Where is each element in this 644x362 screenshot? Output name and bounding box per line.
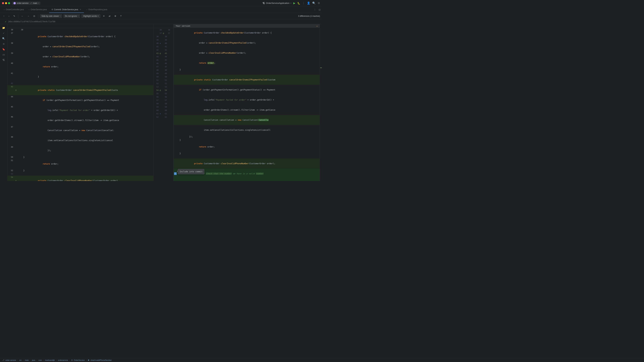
table-row: return order;	[174, 58, 320, 68]
cg-row-51: 5151	[154, 78, 173, 82]
checkbox-col-56	[174, 179, 177, 181]
viewer-label: Side-by-side viewer	[42, 15, 59, 17]
ln-46: 46	[8, 115, 14, 125]
toolbar-sep2	[38, 14, 38, 17]
cg-row-46: 4646	[154, 62, 173, 65]
cg-row-37: 37@37	[154, 31, 173, 35]
settings-icon[interactable]: ⚙	[318, 1, 320, 5]
close-button[interactable]	[2, 2, 4, 4]
highlight-words-button[interactable]: Highlight words ▾	[82, 14, 100, 18]
cg-row-62: 6262	[154, 115, 173, 119]
merge-tool-button[interactable]: ⇄	[108, 14, 112, 18]
cg-row-38: 3838	[154, 35, 173, 38]
viewer-selector[interactable]: Side-by-side viewer ▾	[40, 14, 62, 18]
run-icon[interactable]: ▶	[293, 1, 295, 5]
gi-54: @	[14, 176, 18, 181]
ln-40: 40	[8, 62, 14, 72]
gi-44	[14, 95, 18, 105]
rlc-53	[174, 155, 320, 159]
table-row: 49 });	[8, 146, 153, 156]
rlc-42	[174, 71, 320, 75]
help-button[interactable]: ?	[119, 14, 123, 18]
tab-close-Commit[interactable]: ✕	[79, 8, 82, 11]
maximize-button[interactable]	[8, 2, 10, 4]
left-diff-pane[interactable]: 30 30 37 private CustomerOrder checkAndU…	[8, 24, 153, 181]
sidebar-icon-vcs[interactable]: ✓	[1, 31, 6, 35]
rlc-46: order.getOrderItems().stream().filter(it…	[174, 105, 320, 115]
right-diff-pane[interactable]: Your version ⚠ private CustomerOrder che…	[174, 24, 320, 181]
cg-row-57: 5757	[154, 99, 173, 102]
diff-sidebar-toggle[interactable]: ⊡	[317, 6, 322, 13]
table-row: 44 if (order.getPaymentInformation().get…	[8, 95, 153, 105]
annotate-button[interactable]: ✎	[12, 14, 16, 18]
table-row	[174, 71, 320, 75]
ignore-selector[interactable]: Do not ignore ▾	[64, 14, 80, 18]
right-pane-title: Your version	[176, 25, 190, 27]
sidebar-icon-project[interactable]: 📁	[1, 25, 6, 30]
table-row: }	[174, 152, 320, 155]
lc-47: Cancellation cancellation = new Cancella…	[18, 125, 153, 135]
tab-label-OrderController: OrderController.java	[6, 8, 24, 11]
table-row: 41 }	[8, 72, 153, 82]
cg-row-56: 5656	[154, 95, 173, 99]
tab-CommitOrderService[interactable]: ⊙ Commit: OrderService.java ✕	[49, 6, 84, 13]
ln-54: 54	[8, 176, 14, 181]
lc-48: item.setCancellations(Collections.single…	[18, 135, 153, 146]
nav-down-button[interactable]: ↓	[7, 14, 11, 18]
table-row: 37 private CustomerOrder checkAndUpdateO…	[8, 31, 153, 41]
debug-icon[interactable]: 🐛	[297, 2, 300, 4]
lc-46: order.getOrderItems().stream().filter(it…	[18, 115, 153, 125]
line-content	[28, 28, 153, 31]
table-row: item.setCancellations(Collections.single…	[174, 125, 320, 135]
sidebar-icon-structure[interactable]: ⊞	[1, 41, 6, 46]
minimap-track[interactable]	[320, 28, 322, 181]
titlebar-right: 🏗 OrderServiceApplication ▾ ▶ 🐛 ⋮ 👤 🔍 ⚙	[262, 1, 320, 5]
cg-row-50: 5050	[154, 75, 173, 78]
gi-45	[14, 105, 18, 115]
search-icon[interactable]: 🔍	[312, 1, 316, 5]
tab-icon-OrderService: ○	[28, 8, 30, 10]
tab-OrderService[interactable]: ○ OrderService.java	[26, 6, 49, 13]
history-forward-button[interactable]: →	[26, 14, 31, 18]
sidebar-icon-db[interactable]: 🗃	[1, 52, 6, 57]
tab-OrderController[interactable]: ○ OrderController.java	[1, 6, 26, 13]
pencil-icon: ✎	[14, 15, 15, 17]
doc-button[interactable]: ⊡	[32, 14, 36, 18]
gi-39	[14, 52, 18, 62]
center-header	[154, 24, 173, 28]
project-label: order-service	[17, 2, 28, 4]
back-icon: ←	[21, 15, 23, 17]
diff-settings-button[interactable]: ⚙	[113, 14, 118, 18]
app-selector[interactable]: 🏗 OrderServiceApplication ▾	[262, 2, 291, 4]
table-row: order = cancelOrderItemsIfPaymentFailed(…	[174, 38, 320, 48]
project-icon: 0	[14, 2, 16, 4]
gi-38	[14, 41, 18, 52]
table-row: Cancellation cancellation = new Cancella…	[174, 115, 320, 125]
cg-row-44: 4444	[154, 55, 173, 58]
nav-up-button[interactable]: ↑	[2, 14, 6, 18]
project-branch[interactable]: 0 order-service ⎇ main ▾	[12, 1, 40, 5]
minimap-marker-1	[320, 68, 322, 68]
cg-row-61: 61▾61	[154, 112, 173, 115]
close-x-icon: ✕	[103, 15, 105, 17]
left-code-area[interactable]: 30 30 37 private CustomerOrder checkAndU…	[8, 28, 153, 181]
left-pane-header	[8, 24, 153, 28]
sidebar-icon-find[interactable]: 🔍	[1, 36, 6, 41]
table-row: return order;	[174, 142, 320, 152]
tab-OrderRepository[interactable]: ○ OrderRepository.java	[84, 6, 110, 13]
minimap[interactable]	[320, 24, 322, 181]
cg-row-43: 43@43	[154, 52, 173, 55]
account-icon[interactable]: 👤	[307, 1, 310, 5]
include-checkbox-right-55[interactable]: ✓	[174, 172, 177, 175]
more-icon[interactable]: ⋮	[302, 1, 305, 5]
sidebar-icon-gradle[interactable]: 🏗	[1, 58, 6, 62]
right-code-area[interactable]: private CustomerOrder checkAndUpdateOrde…	[174, 28, 320, 181]
gutter-empty2	[24, 28, 28, 31]
sidebar-icon-bookmark[interactable]: 🔖	[1, 47, 6, 52]
close-highlight-button[interactable]: ✕	[102, 14, 106, 18]
tab-more-icon[interactable]: ⋮	[314, 8, 316, 11]
ln-47: 47	[8, 125, 14, 135]
minimize-button[interactable]	[5, 2, 7, 4]
history-back-button[interactable]: ←	[20, 14, 25, 18]
lc-54: private CustomerOrder clearInvalidPhoneN…	[18, 176, 153, 181]
